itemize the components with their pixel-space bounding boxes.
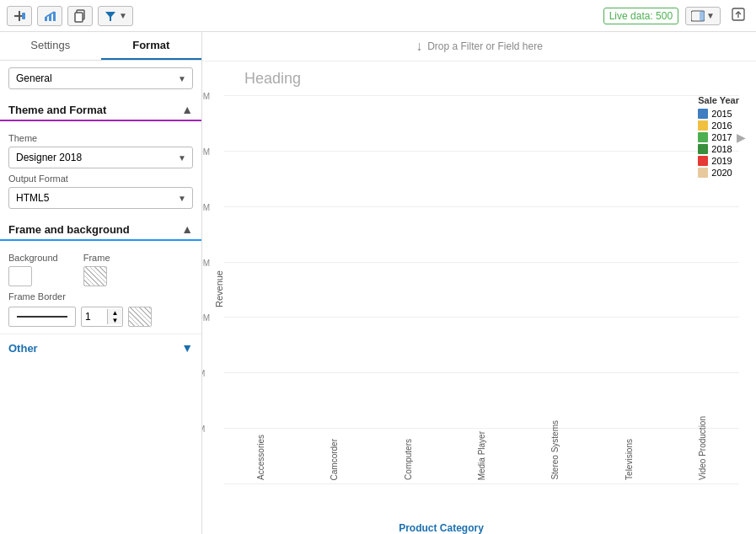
legend-item: 2015 [698, 109, 739, 119]
bar-group: Accessories [248, 435, 275, 483]
chart-type-btn[interactable] [37, 6, 62, 26]
chart-inner: Heading Revenue 280M 240M 200M 160M 120M… [211, 70, 739, 534]
bar-label: Stereo Systems [550, 420, 560, 483]
chart-area: ↓ Drop a Filter or Field here Heading Re… [202, 32, 756, 534]
x-axis-title: Product Category [244, 522, 638, 534]
legend-year-label: 2016 [711, 120, 732, 131]
drop-zone: ↓ Drop a Filter or Field here [202, 32, 756, 61]
frame-bg-title: Frame and background [8, 223, 130, 236]
background-color-swatch[interactable] [8, 266, 32, 286]
bar-group: Camcorder [321, 439, 348, 483]
tab-settings[interactable]: Settings [0, 32, 101, 60]
legend-color-swatch [698, 156, 708, 166]
frame-bg-toggle: ▲ [181, 222, 193, 236]
bar-group: Video Production [689, 416, 716, 483]
bars-row: AccessoriesCamcorderComputersMedia Playe… [224, 95, 739, 483]
svg-rect-5 [53, 12, 56, 21]
frame-border-spinner: ▲ ▼ [107, 309, 122, 324]
bar-label: Televisions [625, 439, 634, 483]
legend-year-label: 2019 [711, 156, 732, 166]
svg-rect-2 [22, 13, 25, 19]
legend-color-swatch [698, 120, 708, 131]
drop-zone-text: Drop a Filter or Field here [427, 40, 543, 52]
frame-color-swatch[interactable] [83, 266, 107, 286]
add-chart-btn[interactable] [7, 6, 32, 26]
tabs-row: Settings Format [0, 32, 201, 61]
legend-item: 2017 [698, 132, 739, 142]
bar-group: Computers [394, 439, 421, 483]
background-label: Background [8, 253, 58, 263]
chart-heading: Heading [244, 70, 301, 88]
svg-marker-8 [105, 12, 115, 21]
live-data-badge[interactable]: Live data: 500 [603, 8, 678, 24]
bar-label: Camcorder [330, 439, 339, 483]
svg-rect-10 [700, 11, 705, 21]
legend-item: 2016 [698, 120, 739, 131]
legend-color-swatch [698, 132, 708, 142]
legend-item: 2019 [698, 156, 739, 166]
bar-group: Stereo Systems [542, 420, 569, 483]
spin-up[interactable]: ▲ [108, 309, 122, 317]
legend-title: Sale Year [698, 95, 739, 105]
legend-color-swatch [698, 109, 708, 119]
other-toggle: ▼ [181, 341, 193, 355]
legend-color-swatch [698, 168, 708, 178]
svg-rect-7 [75, 13, 83, 22]
legend-year-label: 2017 [711, 132, 732, 142]
top-bar-right: Live data: 500 ▼ [603, 5, 749, 27]
theme-format-title: Theme and Format [8, 104, 106, 116]
theme-label: Theme [8, 133, 193, 143]
other-label: Other [8, 342, 38, 355]
theme-format-section-header[interactable]: Theme and Format ▲ [0, 96, 201, 121]
frame-border-row: ▲ ▼ [8, 307, 193, 327]
copy-btn[interactable] [67, 6, 93, 26]
legend-item: 2020 [698, 168, 739, 178]
bar-label: Computers [404, 439, 413, 483]
legend-year-label: 2020 [711, 168, 732, 178]
output-format-select[interactable]: HTML5 SVG PDF [8, 187, 193, 209]
drop-arrow-icon: ↓ [416, 39, 422, 54]
output-format-label: Output Format [8, 174, 193, 184]
other-section[interactable]: Other ▼ [0, 334, 201, 361]
frame-bg-body: Background Frame Frame Border ▲ ▼ [0, 241, 201, 334]
spin-down[interactable]: ▼ [108, 317, 122, 324]
frame-border-num: ▲ ▼ [81, 307, 123, 327]
top-bar-left: ▼ [7, 6, 133, 26]
view-options-btn[interactable]: ▼ [685, 7, 721, 25]
top-bar: ▼ Live data: 500 ▼ [0, 0, 756, 32]
legend-item: 2018 [698, 144, 739, 154]
general-select[interactable]: General Chart Axes [8, 67, 193, 89]
general-select-wrap: General Chart Axes [0, 61, 201, 96]
legend-year-label: 2018 [711, 144, 732, 154]
legend: Sale Year ▶201520162017201820192020 [698, 95, 739, 179]
svg-rect-3 [45, 17, 47, 21]
frame-border-label: Frame Border [8, 291, 193, 302]
theme-select[interactable]: Designer 2018 Classic Modern [8, 147, 193, 168]
y-axis-label: Revenue [211, 270, 224, 307]
export-btn[interactable] [727, 5, 749, 27]
bar-group: Media Player [468, 431, 495, 483]
theme-format-toggle: ▲ [181, 103, 193, 116]
frame-bg-section-header[interactable]: Frame and background ▲ [0, 216, 201, 241]
tab-format[interactable]: Format [101, 32, 202, 60]
frame-border-style[interactable] [8, 307, 76, 327]
svg-rect-1 [19, 11, 20, 21]
frame-border-input[interactable] [82, 309, 107, 324]
chart-wrap: Revenue 280M 240M 200M 160M 120M 80M 40M… [211, 95, 739, 483]
filter-btn[interactable]: ▼ [98, 6, 133, 26]
frame-border-color[interactable] [128, 307, 152, 327]
bar-label: Video Production [698, 416, 707, 483]
chart-grid-area: 280M 240M 200M 160M 120M 80M 40M 0 Acces… [224, 95, 739, 483]
main-content: Settings Format General Chart Axes Theme… [0, 32, 756, 534]
legend-year-label: 2015 [711, 109, 732, 119]
bar-label: Accessories [256, 435, 265, 483]
bar-label: Media Player [477, 431, 486, 483]
bar-group: Televisions [615, 439, 642, 483]
legend-color-swatch [698, 144, 708, 154]
frame-label: Frame [83, 253, 110, 263]
left-panel: Settings Format General Chart Axes Theme… [0, 32, 202, 534]
legend-expand-icon[interactable]: ▶ [737, 131, 746, 144]
chart-container: Heading Revenue 280M 240M 200M 160M 120M… [202, 61, 756, 534]
theme-format-body: Theme Designer 2018 Classic Modern Outpu… [0, 121, 201, 216]
